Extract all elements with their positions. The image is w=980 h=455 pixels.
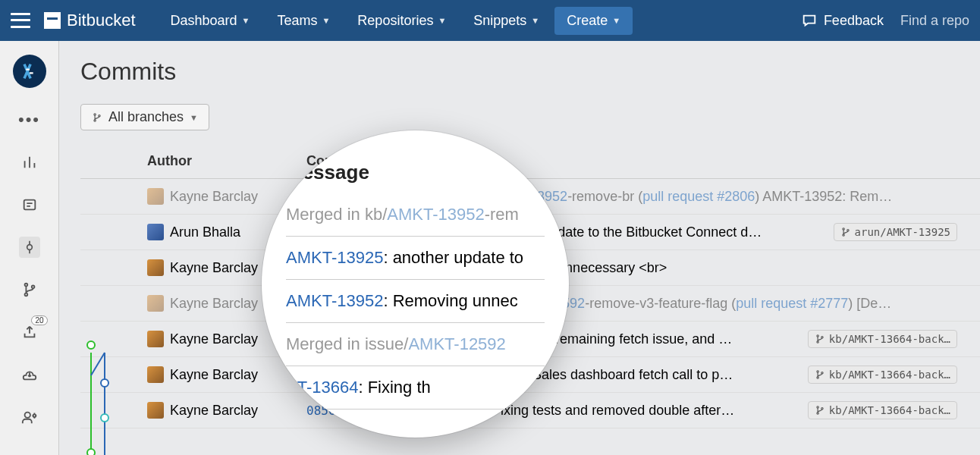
author-name: Kayne Barclay [170,296,258,312]
svg-point-31 [817,413,818,414]
svg-point-2 [24,284,27,287]
svg-point-5 [24,413,30,418]
issue-link[interactable]: AMKT-12592 [408,334,505,353]
zoom-row: AMKT-13925: another update to [286,237,545,280]
feedback-label: Feedback [824,13,884,29]
brand[interactable]: Bitbucket [44,11,136,30]
avatar [147,331,164,347]
author-name: Arun Bhalla [170,224,240,240]
author-name: Kayne Barclay [170,189,258,205]
downloads-icon[interactable] [19,364,40,385]
nav-dashboard-label: Dashboard [171,13,237,29]
author-name: Kayne Barclay [170,403,258,419]
svg-rect-0 [24,200,35,210]
svg-point-22 [842,234,843,236]
feedback-button[interactable]: Feedback [801,12,884,29]
brand-label: Bitbucket [67,11,136,30]
svg-point-24 [817,335,818,337]
nav-teams[interactable]: Teams▼ [265,7,342,35]
share-icon[interactable]: 20 [19,322,40,343]
search-input[interactable]: Find a repo [900,13,969,29]
issue-link[interactable]: AMKT-13925 [286,248,383,267]
nav-snippets[interactable]: Snippets▼ [461,7,551,35]
settings-icon[interactable] [19,406,40,428]
branch-icon [840,227,851,237]
zoom-row: Merged in issue/AMKT-12592 [286,323,545,366]
branch-tag[interactable]: kb/AMKT-13664-back… [808,366,957,384]
source-icon[interactable] [19,194,40,215]
pr-link[interactable]: pull request #2806 [642,189,755,204]
nav-dashboard[interactable]: Dashboard▼ [159,7,262,35]
table-header: Author Commit Message [80,144,980,179]
author-name: Kayne Barclay [170,367,258,383]
branch-tag[interactable]: kb/AMKT-13664-back… [808,330,957,348]
svg-point-29 [821,372,823,374]
chevron-down-icon: ▼ [438,16,446,25]
nav-create[interactable]: Create▼ [554,7,633,35]
table-row[interactable]: Kayne Barclay0856f15AMKT-13664: Fixing t… [80,393,980,428]
branch-tag[interactable]: arun/AMKT-13925 [834,223,957,241]
nav-repositories[interactable]: Repositories▼ [345,7,458,35]
issue-link[interactable]: AMKT-13952 [387,205,484,224]
svg-point-14 [87,341,95,349]
page-title: Commits [80,58,980,86]
column-author: Author [147,153,306,169]
svg-point-21 [842,228,843,230]
nav-repositories-label: Repositories [357,13,433,29]
nav-snippets-label: Snippets [473,13,526,29]
zoom-row: AMKT-13952: Removing unnec [286,280,545,323]
sidebar: ••• 20 [0,41,59,455]
bitbucket-logo-icon [44,12,61,29]
chevron-down-icon: ▼ [322,16,330,25]
commits-icon[interactable] [19,237,40,258]
branch-selector-label: All branches [108,109,184,125]
avatar [147,224,164,240]
svg-point-26 [821,337,823,338]
author-cell: Kayne Barclay [147,188,306,205]
branch-tag[interactable]: kb/AMKT-13664-back… [808,401,957,419]
chevron-down-icon: ▼ [531,16,539,25]
chevron-down-icon: ▼ [190,113,198,122]
svg-point-1 [27,245,32,250]
author-name: Kayne Barclay [170,331,258,347]
lambda-icon [19,61,40,82]
svg-point-17 [87,449,95,455]
svg-point-28 [817,377,818,378]
svg-point-27 [817,371,818,372]
avatar [147,366,164,383]
author-cell: Kayne Barclay [147,402,306,419]
svg-point-25 [817,341,818,343]
svg-point-32 [821,408,823,410]
avatar [147,188,164,205]
avatar [147,259,164,276]
overview-icon[interactable] [19,152,40,173]
svg-point-4 [31,286,34,289]
svg-point-9 [99,115,100,116]
menu-icon[interactable] [11,11,30,30]
repo-avatar[interactable] [13,55,46,88]
svg-point-3 [24,293,27,297]
svg-point-30 [817,406,818,408]
pr-link[interactable]: pull request #2777 [736,296,848,311]
nav-teams-label: Teams [277,13,317,29]
author-cell: Kayne Barclay [147,366,306,383]
branch-selector[interactable]: All branches ▼ [80,104,209,130]
branch-icon [815,369,825,380]
zoom-row: Merged in kb/AMKT-13952-rem [286,193,545,237]
nav-create-label: Create [567,13,608,29]
zoom-header: Message [286,161,545,184]
chat-icon [801,12,818,29]
commit-graph [80,315,147,455]
chevron-down-icon: ▼ [242,16,250,25]
top-nav: Bitbucket Dashboard▼ Teams▼ Repositories… [0,0,980,41]
chevron-down-icon: ▼ [612,16,620,25]
branches-icon[interactable] [19,279,40,300]
svg-line-12 [91,353,105,375]
more-icon[interactable]: ••• [19,109,40,130]
zoom-overlay: Message Merged in kb/AMKT-13952-remAMKT-… [262,130,569,438]
share-badge: 20 [31,315,47,325]
svg-point-15 [101,379,108,387]
issue-link[interactable]: AMKT-13952 [286,291,383,310]
avatar [147,402,164,419]
zoom-row: KT-13664: Fixing th [286,366,545,410]
